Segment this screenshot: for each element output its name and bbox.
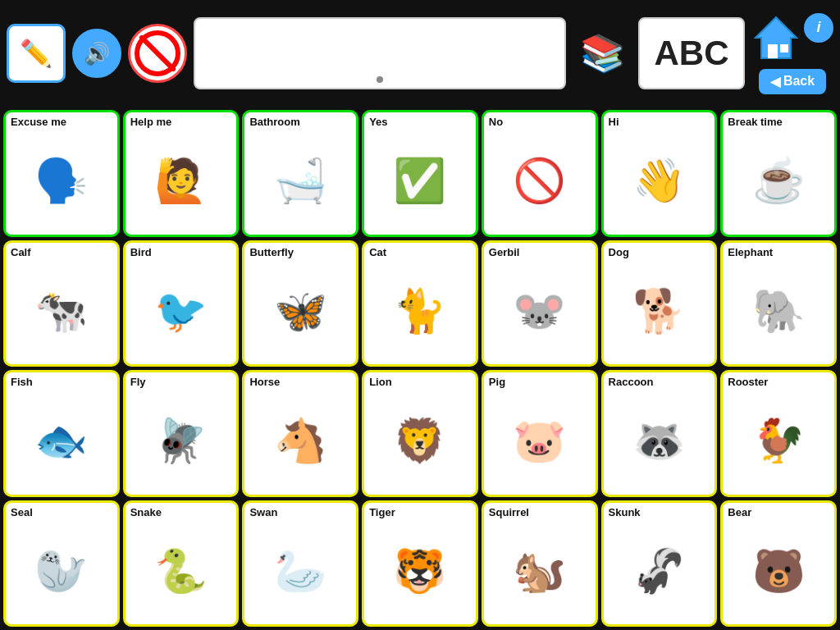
home-button[interactable]: [751, 13, 801, 66]
card-label: Pig: [486, 376, 594, 389]
card-emoji: 🦭: [34, 550, 88, 592]
back-label: Back: [783, 74, 815, 89]
card-image: 🐄: [7, 258, 116, 363]
back-button[interactable]: ◀ Back: [759, 69, 826, 94]
card-label: Tiger: [366, 506, 474, 519]
card-snake[interactable]: Snake 🐍: [123, 500, 240, 628]
card-emoji: 🐴: [274, 419, 327, 462]
card-image: 🐟: [7, 389, 116, 493]
card-cat[interactable]: Cat 🐈: [362, 240, 478, 368]
card-label: Hi: [605, 116, 714, 129]
card-image: 🚫: [486, 129, 594, 233]
card-emoji: 🦢: [274, 550, 327, 592]
card-bird[interactable]: Bird 🐦: [123, 240, 240, 368]
card-emoji: 🙋: [154, 159, 208, 202]
card-bear[interactable]: Bear 🐻: [720, 500, 837, 628]
speaker-button[interactable]: 🔊: [72, 29, 121, 78]
card-help-me[interactable]: Help me 🙋: [123, 110, 240, 237]
card-image: 🦋: [246, 258, 354, 363]
card-emoji: 🐍: [154, 550, 208, 592]
card-seal[interactable]: Seal 🦭: [3, 500, 120, 628]
card-image: 🛁: [246, 129, 354, 233]
card-image: 🦨: [605, 518, 714, 623]
card-image: 🐘: [724, 258, 833, 363]
text-display-area: [194, 17, 566, 89]
card-label: Butterfly: [246, 246, 354, 259]
card-label: Gerbil: [486, 246, 594, 259]
card-emoji: 🦨: [632, 550, 686, 592]
card-rooster[interactable]: Rooster 🐓: [720, 370, 837, 497]
card-label: Snake: [127, 506, 235, 519]
card-image: 🐓: [724, 389, 833, 493]
books-button[interactable]: 📚: [573, 24, 632, 83]
card-squirrel[interactable]: Squirrel 🐿️: [482, 500, 598, 628]
card-label: Squirrel: [486, 506, 594, 519]
card-dog[interactable]: Dog 🐕: [601, 240, 718, 368]
card-tiger[interactable]: Tiger 🐯: [362, 500, 478, 628]
card-fly[interactable]: Fly 🪰: [123, 370, 240, 497]
card-label: Cat: [366, 246, 474, 259]
card-emoji: 🐷: [513, 419, 566, 462]
abc-display: ABC: [638, 17, 745, 89]
card-gerbil[interactable]: Gerbil 🐭: [482, 240, 598, 368]
card-image: 🐈: [366, 258, 474, 363]
card-image: 🐦: [127, 258, 235, 363]
card-grid: Excuse me 🗣️ Help me 🙋 Bathroom 🛁 Yes ✅ …: [0, 107, 840, 630]
card-label: Excuse me: [7, 116, 116, 129]
card-label: No: [486, 116, 594, 129]
card-image: 🐭: [486, 258, 594, 363]
back-arrow-icon: ◀: [770, 74, 780, 89]
card-label: Bear: [724, 506, 833, 519]
svg-rect-2: [780, 44, 788, 52]
card-label: Horse: [246, 376, 354, 389]
card-emoji: 🦝: [632, 419, 686, 462]
card-bathroom[interactable]: Bathroom 🛁: [242, 110, 358, 237]
card-no[interactable]: No 🚫: [482, 110, 598, 237]
card-emoji: 🦁: [393, 419, 446, 462]
card-fish[interactable]: Fish 🐟: [3, 370, 120, 497]
card-emoji: 🐦: [154, 290, 208, 332]
card-pig[interactable]: Pig 🐷: [482, 370, 598, 497]
card-yes[interactable]: Yes ✅: [362, 110, 478, 237]
pencil-button[interactable]: ✏️: [7, 24, 66, 83]
card-emoji: 👋: [632, 159, 686, 202]
top-bar: ✏️ 🔊 📚 ABC i: [0, 0, 840, 107]
card-horse[interactable]: Horse 🐴: [242, 370, 358, 497]
card-image: ✅: [366, 129, 474, 233]
card-image: 🐍: [127, 518, 235, 623]
card-break-time[interactable]: Break time ☕: [720, 110, 837, 237]
card-emoji: 🐓: [752, 419, 806, 462]
card-emoji: 🐟: [34, 419, 88, 462]
cancel-button[interactable]: [128, 24, 187, 83]
card-emoji: ✅: [393, 159, 446, 202]
card-emoji: 🐘: [752, 290, 806, 332]
card-calf[interactable]: Calf 🐄: [3, 240, 120, 368]
info-label: i: [816, 19, 820, 36]
top-right-group: i ◀ Back: [751, 13, 833, 94]
card-emoji: ☕: [752, 159, 806, 202]
pencil-icon: ✏️: [20, 38, 52, 69]
card-emoji: 🦋: [274, 290, 327, 332]
card-emoji: 🐕: [632, 290, 686, 332]
card-elephant[interactable]: Elephant 🐘: [720, 240, 837, 368]
card-emoji: 🐿️: [513, 550, 566, 592]
card-emoji: 🐭: [513, 290, 566, 332]
card-label: Swan: [246, 506, 354, 519]
card-raccoon[interactable]: Raccoon 🦝: [601, 370, 718, 497]
card-image: 🗣️: [7, 129, 116, 233]
card-hi[interactable]: Hi 👋: [601, 110, 718, 237]
card-image: ☕: [724, 129, 833, 233]
card-excuse-me[interactable]: Excuse me 🗣️: [3, 110, 120, 237]
card-butterfly[interactable]: Butterfly 🦋: [242, 240, 358, 368]
card-image: 🙋: [127, 129, 235, 233]
card-label: Help me: [127, 116, 235, 129]
card-image: 🦢: [246, 518, 354, 623]
card-emoji: 🚫: [513, 159, 566, 202]
no-icon: [135, 30, 180, 76]
card-label: Bird: [127, 246, 235, 259]
card-lion[interactable]: Lion 🦁: [362, 370, 478, 497]
card-label: Yes: [366, 116, 474, 129]
info-button[interactable]: i: [804, 13, 833, 43]
card-skunk[interactable]: Skunk 🦨: [601, 500, 718, 628]
card-swan[interactable]: Swan 🦢: [242, 500, 358, 628]
